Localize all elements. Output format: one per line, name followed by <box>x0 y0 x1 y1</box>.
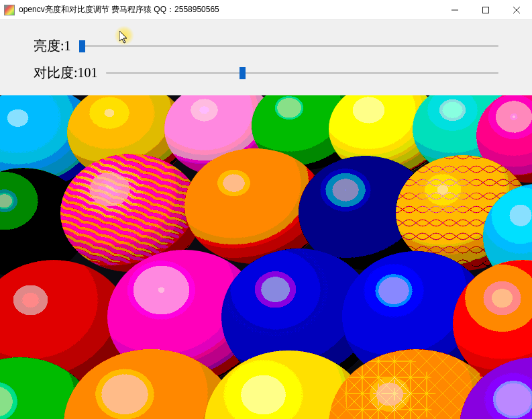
brightness-label: 亮度:1 <box>34 37 71 55</box>
maximize-icon <box>482 7 489 13</box>
minimize-icon <box>451 7 458 13</box>
window-title: opencv亮度和对比度调节 费马程序猿 QQ：2558950565 <box>19 4 219 15</box>
contrast-thumb[interactable] <box>240 67 246 79</box>
app-icon <box>4 5 15 15</box>
close-icon <box>513 7 520 13</box>
contrast-row: 对比度:101 <box>34 59 498 86</box>
trackbar-panel: 亮度:1 对比度:101 <box>0 20 532 95</box>
minimize-button[interactable] <box>439 0 470 20</box>
cursor-arrow-icon <box>119 31 130 44</box>
image-display <box>0 95 532 419</box>
maximize-button[interactable] <box>470 0 501 20</box>
cursor-highlight <box>114 26 134 46</box>
brightness-thumb[interactable] <box>79 40 85 52</box>
brightness-row: 亮度:1 <box>34 32 498 59</box>
mouse-cursor <box>114 26 141 52</box>
titlebar: opencv亮度和对比度调节 费马程序猿 QQ：2558950565 <box>0 0 532 20</box>
close-button[interactable] <box>501 0 532 20</box>
contrast-label: 对比度:101 <box>34 64 98 82</box>
brightness-track[interactable] <box>79 45 498 47</box>
svg-rect-1 <box>483 7 489 13</box>
contrast-track[interactable] <box>106 72 498 74</box>
eggs-image <box>0 95 532 419</box>
